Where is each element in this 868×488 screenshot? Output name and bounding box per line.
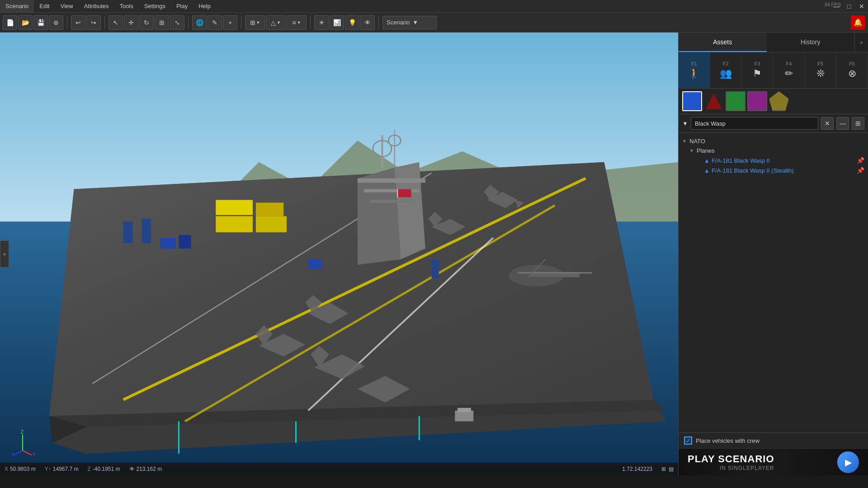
new-file-icon: 📄 bbox=[6, 19, 14, 26]
menu-attributes[interactable]: Attributes bbox=[79, 0, 114, 12]
history-tools: ↩ ↪ bbox=[71, 15, 101, 30]
open-button[interactable]: 📂 bbox=[18, 15, 33, 30]
fkey-f2[interactable]: F2 👥 bbox=[710, 52, 742, 88]
viewport-coord-bar: X 50.9803 m Y↑ 14967.7 m Z -40.1951 m 👁 … bbox=[0, 463, 678, 475]
pin-icon-2[interactable]: 📌 bbox=[857, 167, 864, 174]
search-bar: ▼ ✕ — ⊞ bbox=[679, 114, 868, 133]
play-icon-circle: ▶ bbox=[837, 451, 859, 473]
search-minimize-button[interactable]: — bbox=[836, 117, 849, 130]
tab-assets[interactable]: Assets bbox=[679, 33, 767, 52]
right-panel: Assets History » F1 🚶 F2 👥 F3 ⚑ bbox=[678, 33, 868, 475]
select-tool-button[interactable]: ↖ bbox=[108, 15, 123, 30]
svg-rect-47 bbox=[398, 189, 411, 197]
fkey-f5[interactable]: F5 ❊ bbox=[805, 52, 836, 88]
view-distance-value: 213.162 m bbox=[137, 466, 162, 472]
color-swatch-green[interactable] bbox=[726, 91, 745, 111]
svg-rect-52 bbox=[455, 411, 473, 422]
globe-button[interactable]: 🌐 bbox=[192, 15, 207, 30]
fkey-f3[interactable]: F3 ⚑ bbox=[742, 52, 774, 88]
binoculars-button[interactable]: 👁 bbox=[360, 15, 375, 30]
fkey-f4[interactable]: F4 ✏ bbox=[773, 52, 805, 88]
left-panel-toggle[interactable]: » bbox=[0, 240, 9, 267]
add-button[interactable]: + bbox=[223, 15, 237, 30]
separator-1 bbox=[67, 16, 67, 29]
place-vehicles-checkbox-container[interactable]: ✓ Place vehicles with crew bbox=[684, 436, 760, 445]
fkey-f6[interactable]: F6 ⊗ bbox=[836, 52, 868, 88]
color-swatch-red[interactable] bbox=[704, 91, 724, 111]
chart-icon: 📊 bbox=[333, 19, 341, 26]
pencil-button[interactable]: ✎ bbox=[208, 15, 222, 30]
minimize-icon: — bbox=[840, 120, 846, 127]
place-vehicles-label: Place vehicles with crew bbox=[696, 437, 760, 444]
binoculars-icon: 👁 bbox=[364, 19, 371, 26]
search-expand-button[interactable]: ⊞ bbox=[852, 117, 864, 130]
chart-button[interactable]: 📊 bbox=[330, 15, 344, 30]
tab-history[interactable]: History bbox=[767, 33, 855, 52]
viewport-action-icons: ⊞ ▤ bbox=[661, 466, 674, 472]
check-icon: ✓ bbox=[686, 437, 691, 444]
scenario-dropdown[interactable]: Scenario ▼ bbox=[382, 16, 437, 29]
layers-button[interactable]: ≡ ▼ bbox=[287, 15, 307, 30]
save-button[interactable]: 💾 bbox=[33, 15, 48, 30]
resize-icon: ⤡ bbox=[175, 19, 180, 26]
menu-scenario[interactable]: Scenario bbox=[0, 0, 34, 12]
tree-item-nato[interactable]: ▼ NATO bbox=[679, 136, 868, 146]
move-tool-button[interactable]: ✛ bbox=[124, 15, 138, 30]
menu-edit[interactable]: Edit bbox=[34, 0, 55, 12]
svg-line-54 bbox=[14, 450, 23, 455]
coord-x: X 50.9803 m bbox=[5, 466, 36, 472]
sun-button[interactable]: ☀ bbox=[314, 15, 329, 30]
play-scenario-button[interactable]: PLAY SCENARIO IN SINGLEPLAYER ▶ bbox=[679, 448, 868, 475]
tree-item-planes[interactable]: ▼ Planes bbox=[679, 146, 868, 155]
layout-icon[interactable]: ▤ bbox=[669, 466, 674, 472]
fkey-f6-label: F6 bbox=[849, 61, 855, 66]
light-button[interactable]: 💡 bbox=[345, 15, 359, 30]
grid-resize-icon[interactable]: ⊞ bbox=[661, 466, 666, 472]
fkey-f4-icon: ✏ bbox=[785, 68, 793, 80]
close-button[interactable]: ✕ bbox=[855, 0, 868, 13]
place-vehicles-checkbox[interactable]: ✓ bbox=[684, 436, 692, 445]
color-swatch-blue[interactable] bbox=[682, 91, 702, 111]
blackwasp1-label: F/A-181 Black Wasp II bbox=[712, 157, 770, 164]
panel-expand-button[interactable]: » bbox=[854, 33, 868, 52]
menu-settings[interactable]: Settings bbox=[139, 0, 171, 12]
scale-display: 1.72.142223 bbox=[622, 466, 652, 472]
separator-5 bbox=[310, 16, 311, 29]
main-area: » bbox=[0, 33, 868, 475]
steam-button[interactable]: ⊛ bbox=[49, 15, 63, 30]
panel-tabs: Assets History » bbox=[679, 33, 868, 52]
search-input[interactable] bbox=[691, 117, 818, 130]
grid-button[interactable]: ⊞ ▼ bbox=[245, 15, 265, 30]
new-file-button[interactable]: 📄 bbox=[3, 15, 17, 30]
maximize-button[interactable]: □ bbox=[843, 0, 855, 13]
window-controls: — □ ✕ bbox=[830, 0, 868, 12]
fkey-f1[interactable]: F1 🚶 bbox=[679, 52, 710, 88]
asset-tree-view[interactable]: ▼ NATO ▼ Planes ▲ F/A-181 Black Wasp II … bbox=[679, 133, 868, 432]
separator-2 bbox=[104, 16, 105, 29]
search-dropdown-toggle[interactable]: ▼ bbox=[682, 120, 688, 127]
tree-item-blackwasp1[interactable]: ▲ F/A-181 Black Wasp II 📌 bbox=[679, 155, 868, 165]
aircraft-carrier-view bbox=[0, 33, 678, 475]
scenario-dropdown-label: Scenario bbox=[387, 19, 410, 26]
resize-tool-button[interactable]: ⤡ bbox=[170, 15, 184, 30]
notification-button[interactable]: 🔔 bbox=[851, 15, 865, 30]
plus-icon: + bbox=[228, 19, 232, 26]
pin-icon-1[interactable]: 📌 bbox=[857, 157, 864, 164]
terrain-button[interactable]: △ ▼ bbox=[266, 15, 286, 30]
rotate-tool-button[interactable]: ↻ bbox=[139, 15, 154, 30]
color-swatch-purple[interactable] bbox=[747, 91, 767, 111]
tree-item-blackwasp2[interactable]: ▲ F/A-181 Black Wasp II (Stealth) 📌 bbox=[679, 165, 868, 175]
svg-rect-26 bbox=[179, 235, 191, 249]
undo-button[interactable]: ↩ bbox=[71, 15, 85, 30]
scale-tool-button[interactable]: ⊞ bbox=[155, 15, 169, 30]
svg-rect-53 bbox=[458, 408, 471, 413]
minimize-button[interactable]: — bbox=[830, 0, 843, 13]
menu-view[interactable]: View bbox=[55, 0, 79, 12]
menu-tools[interactable]: Tools bbox=[114, 0, 139, 12]
search-close-button[interactable]: ✕ bbox=[821, 117, 834, 130]
color-swatch-yellow[interactable] bbox=[769, 91, 789, 111]
menu-help[interactable]: Help bbox=[193, 0, 216, 12]
menu-play[interactable]: Play bbox=[171, 0, 193, 12]
viewport[interactable]: » bbox=[0, 33, 678, 475]
redo-button[interactable]: ↪ bbox=[86, 15, 101, 30]
